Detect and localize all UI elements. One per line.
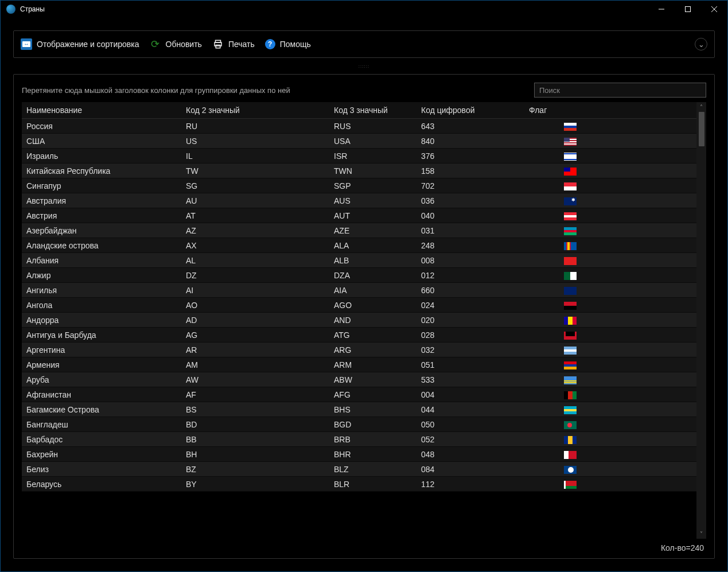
cell-name: Бахрейн bbox=[22, 447, 181, 462]
cell-code3: BRB bbox=[329, 432, 416, 447]
flag-icon bbox=[564, 212, 577, 220]
col-header-code3[interactable]: Код 3 значный bbox=[329, 102, 416, 119]
table-row[interactable]: СШАUSUSA840 bbox=[22, 134, 696, 149]
cell-flag bbox=[524, 253, 616, 268]
table-row[interactable]: БангладешBDBGD050 bbox=[22, 417, 696, 432]
cell-name: Бангладеш bbox=[22, 417, 181, 432]
table-row[interactable]: АнголаAOAGO024 bbox=[22, 298, 696, 313]
table-row[interactable]: БарбадосBBBRB052 bbox=[22, 432, 696, 447]
table-row[interactable]: ИзраильILISR376 bbox=[22, 149, 696, 164]
table-row[interactable]: БеларусьBYBLR112 bbox=[22, 477, 696, 492]
cell-codenum: 660 bbox=[416, 283, 524, 298]
table-row[interactable]: СингапурSGSGP702 bbox=[22, 178, 696, 193]
cell-codenum: 643 bbox=[416, 119, 524, 134]
table-row[interactable]: Багамские ОстроваBSBHS044 bbox=[22, 402, 696, 417]
cell-code3: ARM bbox=[329, 357, 416, 372]
table-row[interactable]: АфганистанAFAFG004 bbox=[22, 387, 696, 402]
table-row[interactable]: Китайская РеспубликаTWTWN158 bbox=[22, 164, 696, 178]
table-row[interactable]: Антигуа и БарбудаAGATG028 bbox=[22, 328, 696, 343]
table-row[interactable]: АрубаAWABW533 bbox=[22, 372, 696, 387]
cell-flag bbox=[524, 357, 616, 372]
table-row[interactable]: Аландские островаAXALA248 bbox=[22, 238, 696, 253]
cell-code2: US bbox=[181, 134, 329, 149]
flag-icon bbox=[564, 168, 577, 176]
cell-name: Беларусь bbox=[22, 477, 181, 492]
close-button[interactable] bbox=[701, 1, 727, 18]
cell-code3: ALA bbox=[329, 238, 416, 253]
sort-display-button[interactable]: Отображение и сортировка bbox=[21, 38, 139, 50]
cell-codenum: 044 bbox=[416, 402, 524, 417]
table-row[interactable]: РоссияRURUS643 bbox=[22, 119, 696, 134]
table-row[interactable]: АргентинаARARG032 bbox=[22, 343, 696, 357]
cell-codenum: 012 bbox=[416, 268, 524, 283]
cell-pad bbox=[616, 119, 696, 134]
group-row: Перетяните сюда мышкой заголовок колонки… bbox=[22, 83, 706, 98]
cell-code2: RU bbox=[181, 119, 329, 134]
flag-icon bbox=[564, 361, 577, 369]
cell-code2: BS bbox=[181, 402, 329, 417]
col-header-codenum[interactable]: Код цифровой bbox=[416, 102, 524, 119]
close-icon bbox=[711, 6, 717, 12]
row-count-label: Кол-во=240 bbox=[661, 543, 704, 552]
minimize-button[interactable] bbox=[648, 1, 675, 18]
col-header-flag[interactable]: Флаг bbox=[524, 102, 616, 119]
cell-name: Белиз bbox=[22, 462, 181, 477]
vertical-scrollbar[interactable]: ˄ ˅ bbox=[696, 102, 706, 539]
table-row[interactable]: БахрейнBHBHR048 bbox=[22, 447, 696, 462]
cell-code3: BHS bbox=[329, 402, 416, 417]
refresh-icon: ⟳ bbox=[150, 38, 161, 50]
cell-pad bbox=[616, 193, 696, 208]
print-label: Печать bbox=[228, 40, 255, 49]
countries-table: Наименование Код 2 значный Код 3 значный… bbox=[22, 102, 696, 492]
cell-pad bbox=[616, 417, 696, 432]
cell-flag bbox=[524, 372, 616, 387]
splitter-handle[interactable]: :::::: bbox=[13, 64, 715, 68]
flag-icon bbox=[564, 451, 577, 459]
cell-name: Антигуа и Барбуда bbox=[22, 328, 181, 343]
flag-icon bbox=[564, 436, 577, 444]
scroll-down-arrow[interactable]: ˅ bbox=[696, 529, 706, 539]
table-row[interactable]: АндорраADAND020 bbox=[22, 313, 696, 328]
flag-icon bbox=[564, 317, 577, 325]
table-row[interactable]: АзербайджанAZAZE031 bbox=[22, 223, 696, 238]
col-header-name[interactable]: Наименование bbox=[22, 102, 181, 119]
cell-code3: ALB bbox=[329, 253, 416, 268]
scroll-track[interactable] bbox=[699, 112, 704, 529]
search-input[interactable] bbox=[534, 83, 706, 98]
refresh-button[interactable]: ⟳ Обновить bbox=[150, 38, 202, 50]
table-row[interactable]: АлжирDZDZA012 bbox=[22, 268, 696, 283]
cell-codenum: 020 bbox=[416, 313, 524, 328]
cell-code3: BLR bbox=[329, 477, 416, 492]
flag-icon bbox=[564, 138, 577, 146]
cell-code3: TWN bbox=[329, 164, 416, 178]
maximize-button[interactable] bbox=[675, 1, 701, 18]
window-title: Страны bbox=[20, 5, 648, 13]
cell-flag bbox=[524, 164, 616, 178]
table-row[interactable]: АнгильяAIAIA660 bbox=[22, 283, 696, 298]
table-row[interactable]: АвстрияATAUT040 bbox=[22, 208, 696, 223]
table-row[interactable]: БелизBZBLZ084 bbox=[22, 462, 696, 477]
cell-code3: AGO bbox=[329, 298, 416, 313]
maximize-icon bbox=[685, 6, 691, 12]
scroll-thumb[interactable] bbox=[699, 112, 704, 146]
cell-codenum: 050 bbox=[416, 417, 524, 432]
table-row[interactable]: АлбанияALALB008 bbox=[22, 253, 696, 268]
titlebar[interactable]: Страны bbox=[1, 1, 727, 18]
header-row: Наименование Код 2 значный Код 3 значный… bbox=[22, 102, 696, 119]
scroll-up-arrow[interactable]: ˄ bbox=[696, 102, 706, 112]
sort-label: Отображение и сортировка bbox=[37, 40, 139, 49]
cell-name: Барбадос bbox=[22, 432, 181, 447]
table-row[interactable]: АвстралияAUAUS036 bbox=[22, 193, 696, 208]
cell-codenum: 048 bbox=[416, 447, 524, 462]
group-by-hint[interactable]: Перетяните сюда мышкой заголовок колонки… bbox=[22, 84, 528, 97]
print-button[interactable]: Печать bbox=[212, 38, 255, 50]
cell-pad bbox=[616, 402, 696, 417]
table-row[interactable]: АрменияAMARM051 bbox=[22, 357, 696, 372]
help-button[interactable]: ? Помощь bbox=[265, 39, 311, 49]
cell-flag bbox=[524, 238, 616, 253]
cell-name: Аруба bbox=[22, 372, 181, 387]
grid-panel: Перетяните сюда мышкой заголовок колонки… bbox=[13, 74, 715, 559]
col-header-code2[interactable]: Код 2 значный bbox=[181, 102, 329, 119]
toolbar-expand-button[interactable]: ⌄ bbox=[695, 38, 707, 50]
cell-pad bbox=[616, 343, 696, 357]
